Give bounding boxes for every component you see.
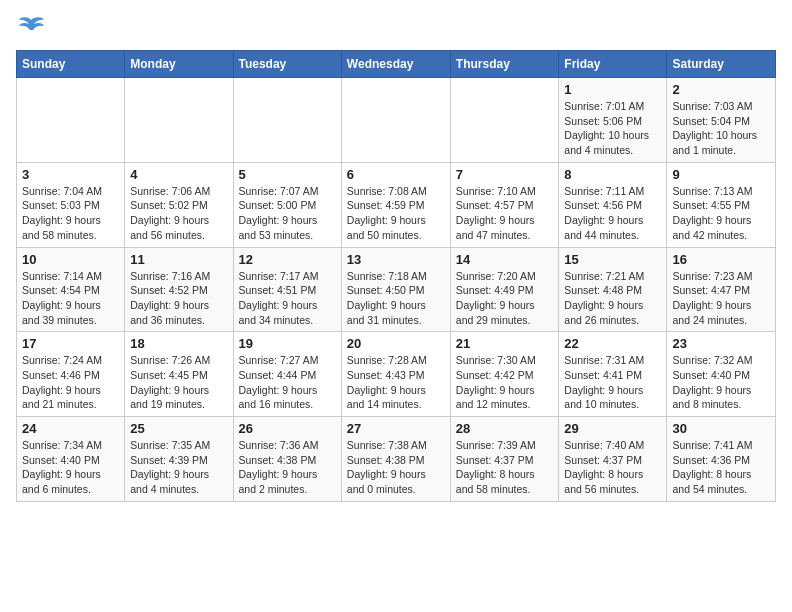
day-info: Sunrise: 7:13 AM Sunset: 4:55 PM Dayligh… [672, 184, 770, 243]
calendar-cell: 15Sunrise: 7:21 AM Sunset: 4:48 PM Dayli… [559, 247, 667, 332]
day-info: Sunrise: 7:30 AM Sunset: 4:42 PM Dayligh… [456, 353, 554, 412]
day-number: 5 [239, 167, 336, 182]
day-number: 29 [564, 421, 661, 436]
day-info: Sunrise: 7:31 AM Sunset: 4:41 PM Dayligh… [564, 353, 661, 412]
calendar-cell [450, 78, 559, 163]
calendar-cell: 9Sunrise: 7:13 AM Sunset: 4:55 PM Daylig… [667, 162, 776, 247]
day-number: 18 [130, 336, 227, 351]
day-info: Sunrise: 7:41 AM Sunset: 4:36 PM Dayligh… [672, 438, 770, 497]
day-of-week-tuesday: Tuesday [233, 51, 341, 78]
calendar-cell: 17Sunrise: 7:24 AM Sunset: 4:46 PM Dayli… [17, 332, 125, 417]
calendar-cell: 21Sunrise: 7:30 AM Sunset: 4:42 PM Dayli… [450, 332, 559, 417]
days-of-week-row: SundayMondayTuesdayWednesdayThursdayFrid… [17, 51, 776, 78]
calendar-cell: 22Sunrise: 7:31 AM Sunset: 4:41 PM Dayli… [559, 332, 667, 417]
day-of-week-thursday: Thursday [450, 51, 559, 78]
day-number: 20 [347, 336, 445, 351]
day-info: Sunrise: 7:26 AM Sunset: 4:45 PM Dayligh… [130, 353, 227, 412]
calendar-cell: 25Sunrise: 7:35 AM Sunset: 4:39 PM Dayli… [125, 417, 233, 502]
calendar-cell: 19Sunrise: 7:27 AM Sunset: 4:44 PM Dayli… [233, 332, 341, 417]
day-of-week-saturday: Saturday [667, 51, 776, 78]
day-info: Sunrise: 7:06 AM Sunset: 5:02 PM Dayligh… [130, 184, 227, 243]
day-number: 7 [456, 167, 554, 182]
day-info: Sunrise: 7:35 AM Sunset: 4:39 PM Dayligh… [130, 438, 227, 497]
day-info: Sunrise: 7:18 AM Sunset: 4:50 PM Dayligh… [347, 269, 445, 328]
day-number: 3 [22, 167, 119, 182]
day-number: 15 [564, 252, 661, 267]
day-number: 12 [239, 252, 336, 267]
day-number: 22 [564, 336, 661, 351]
day-number: 13 [347, 252, 445, 267]
calendar-cell: 3Sunrise: 7:04 AM Sunset: 5:03 PM Daylig… [17, 162, 125, 247]
day-info: Sunrise: 7:04 AM Sunset: 5:03 PM Dayligh… [22, 184, 119, 243]
day-info: Sunrise: 7:27 AM Sunset: 4:44 PM Dayligh… [239, 353, 336, 412]
day-number: 2 [672, 82, 770, 97]
day-number: 28 [456, 421, 554, 436]
calendar-cell: 10Sunrise: 7:14 AM Sunset: 4:54 PM Dayli… [17, 247, 125, 332]
calendar-cell: 4Sunrise: 7:06 AM Sunset: 5:02 PM Daylig… [125, 162, 233, 247]
day-number: 30 [672, 421, 770, 436]
day-info: Sunrise: 7:01 AM Sunset: 5:06 PM Dayligh… [564, 99, 661, 158]
day-info: Sunrise: 7:17 AM Sunset: 4:51 PM Dayligh… [239, 269, 336, 328]
calendar-cell [17, 78, 125, 163]
week-row-5: 24Sunrise: 7:34 AM Sunset: 4:40 PM Dayli… [17, 417, 776, 502]
day-number: 11 [130, 252, 227, 267]
calendar-cell: 8Sunrise: 7:11 AM Sunset: 4:56 PM Daylig… [559, 162, 667, 247]
day-number: 23 [672, 336, 770, 351]
logo-icon [16, 16, 46, 40]
calendar-cell: 24Sunrise: 7:34 AM Sunset: 4:40 PM Dayli… [17, 417, 125, 502]
day-number: 4 [130, 167, 227, 182]
day-number: 19 [239, 336, 336, 351]
calendar-cell: 20Sunrise: 7:28 AM Sunset: 4:43 PM Dayli… [341, 332, 450, 417]
day-number: 27 [347, 421, 445, 436]
day-number: 9 [672, 167, 770, 182]
calendar-cell: 14Sunrise: 7:20 AM Sunset: 4:49 PM Dayli… [450, 247, 559, 332]
day-of-week-sunday: Sunday [17, 51, 125, 78]
day-info: Sunrise: 7:38 AM Sunset: 4:38 PM Dayligh… [347, 438, 445, 497]
day-number: 6 [347, 167, 445, 182]
day-of-week-friday: Friday [559, 51, 667, 78]
calendar-cell: 2Sunrise: 7:03 AM Sunset: 5:04 PM Daylig… [667, 78, 776, 163]
day-info: Sunrise: 7:03 AM Sunset: 5:04 PM Dayligh… [672, 99, 770, 158]
calendar-cell: 13Sunrise: 7:18 AM Sunset: 4:50 PM Dayli… [341, 247, 450, 332]
day-info: Sunrise: 7:32 AM Sunset: 4:40 PM Dayligh… [672, 353, 770, 412]
day-info: Sunrise: 7:39 AM Sunset: 4:37 PM Dayligh… [456, 438, 554, 497]
day-number: 17 [22, 336, 119, 351]
calendar-cell: 18Sunrise: 7:26 AM Sunset: 4:45 PM Dayli… [125, 332, 233, 417]
day-info: Sunrise: 7:11 AM Sunset: 4:56 PM Dayligh… [564, 184, 661, 243]
day-info: Sunrise: 7:28 AM Sunset: 4:43 PM Dayligh… [347, 353, 445, 412]
day-info: Sunrise: 7:14 AM Sunset: 4:54 PM Dayligh… [22, 269, 119, 328]
calendar-cell: 11Sunrise: 7:16 AM Sunset: 4:52 PM Dayli… [125, 247, 233, 332]
day-of-week-monday: Monday [125, 51, 233, 78]
calendar-cell: 16Sunrise: 7:23 AM Sunset: 4:47 PM Dayli… [667, 247, 776, 332]
day-info: Sunrise: 7:08 AM Sunset: 4:59 PM Dayligh… [347, 184, 445, 243]
day-number: 1 [564, 82, 661, 97]
logo [16, 16, 50, 40]
week-row-4: 17Sunrise: 7:24 AM Sunset: 4:46 PM Dayli… [17, 332, 776, 417]
day-info: Sunrise: 7:16 AM Sunset: 4:52 PM Dayligh… [130, 269, 227, 328]
calendar-cell: 23Sunrise: 7:32 AM Sunset: 4:40 PM Dayli… [667, 332, 776, 417]
day-number: 10 [22, 252, 119, 267]
day-number: 21 [456, 336, 554, 351]
day-number: 14 [456, 252, 554, 267]
day-number: 24 [22, 421, 119, 436]
calendar-cell: 28Sunrise: 7:39 AM Sunset: 4:37 PM Dayli… [450, 417, 559, 502]
day-info: Sunrise: 7:24 AM Sunset: 4:46 PM Dayligh… [22, 353, 119, 412]
calendar-cell: 26Sunrise: 7:36 AM Sunset: 4:38 PM Dayli… [233, 417, 341, 502]
calendar-cell: 1Sunrise: 7:01 AM Sunset: 5:06 PM Daylig… [559, 78, 667, 163]
day-number: 8 [564, 167, 661, 182]
day-of-week-wednesday: Wednesday [341, 51, 450, 78]
day-info: Sunrise: 7:40 AM Sunset: 4:37 PM Dayligh… [564, 438, 661, 497]
day-number: 16 [672, 252, 770, 267]
day-info: Sunrise: 7:21 AM Sunset: 4:48 PM Dayligh… [564, 269, 661, 328]
calendar-cell [341, 78, 450, 163]
day-number: 25 [130, 421, 227, 436]
day-number: 26 [239, 421, 336, 436]
calendar-cell: 6Sunrise: 7:08 AM Sunset: 4:59 PM Daylig… [341, 162, 450, 247]
calendar-cell: 5Sunrise: 7:07 AM Sunset: 5:00 PM Daylig… [233, 162, 341, 247]
calendar-cell: 7Sunrise: 7:10 AM Sunset: 4:57 PM Daylig… [450, 162, 559, 247]
week-row-2: 3Sunrise: 7:04 AM Sunset: 5:03 PM Daylig… [17, 162, 776, 247]
day-info: Sunrise: 7:10 AM Sunset: 4:57 PM Dayligh… [456, 184, 554, 243]
calendar-cell: 27Sunrise: 7:38 AM Sunset: 4:38 PM Dayli… [341, 417, 450, 502]
day-info: Sunrise: 7:36 AM Sunset: 4:38 PM Dayligh… [239, 438, 336, 497]
day-info: Sunrise: 7:07 AM Sunset: 5:00 PM Dayligh… [239, 184, 336, 243]
